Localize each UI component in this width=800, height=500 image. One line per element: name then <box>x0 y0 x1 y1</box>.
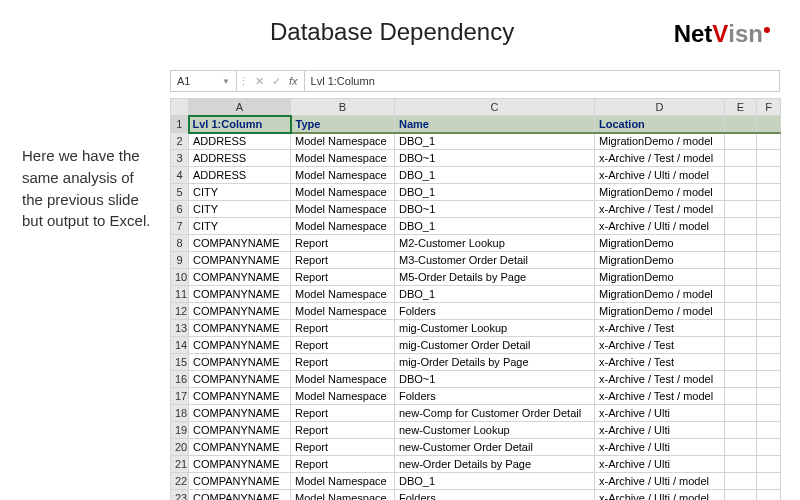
cell[interactable] <box>725 235 757 252</box>
cell[interactable]: x-Archive / Test <box>595 354 725 371</box>
fx-icon[interactable]: fx <box>289 75 298 87</box>
cell[interactable]: COMPANYNAME <box>189 320 291 337</box>
row-header[interactable]: 4 <box>171 167 189 184</box>
cell[interactable] <box>757 439 781 456</box>
cell[interactable]: Report <box>291 422 395 439</box>
cell[interactable] <box>725 422 757 439</box>
cell[interactable]: MigrationDemo / model <box>595 286 725 303</box>
cell[interactable]: COMPANYNAME <box>189 286 291 303</box>
chevron-down-icon[interactable]: ▼ <box>222 77 230 86</box>
cell[interactable]: MigrationDemo / model <box>595 133 725 150</box>
cell[interactable]: DBO_1 <box>395 218 595 235</box>
row-header[interactable]: 18 <box>171 405 189 422</box>
cell[interactable] <box>725 167 757 184</box>
row-header[interactable]: 16 <box>171 371 189 388</box>
cell[interactable] <box>757 201 781 218</box>
cell[interactable] <box>725 184 757 201</box>
row-header[interactable]: 10 <box>171 269 189 286</box>
cell[interactable] <box>725 354 757 371</box>
row-header[interactable]: 20 <box>171 439 189 456</box>
cell[interactable]: x-Archive / Test / model <box>595 150 725 167</box>
cell[interactable] <box>757 218 781 235</box>
cell[interactable]: Model Namespace <box>291 303 395 320</box>
cell[interactable]: MigrationDemo / model <box>595 303 725 320</box>
cell[interactable] <box>757 235 781 252</box>
select-all-corner[interactable] <box>171 99 189 116</box>
cell[interactable]: x-Archive / Ulti <box>595 456 725 473</box>
cell[interactable]: x-Archive / Test <box>595 320 725 337</box>
cell[interactable] <box>757 116 781 133</box>
row-header[interactable]: 8 <box>171 235 189 252</box>
cell[interactable]: Lvl 1:Column <box>189 116 291 133</box>
cell[interactable]: COMPANYNAME <box>189 303 291 320</box>
cell[interactable]: new-Comp for Customer Order Detail <box>395 405 595 422</box>
cell[interactable]: M5-Order Details by Page <box>395 269 595 286</box>
cell[interactable] <box>725 456 757 473</box>
row-header[interactable]: 17 <box>171 388 189 405</box>
row-header[interactable]: 6 <box>171 201 189 218</box>
cell[interactable]: COMPANYNAME <box>189 388 291 405</box>
cell[interactable] <box>757 422 781 439</box>
cell[interactable]: x-Archive / Test / model <box>595 371 725 388</box>
cell[interactable] <box>725 439 757 456</box>
confirm-icon[interactable]: ✓ <box>272 75 281 88</box>
row-header[interactable]: 19 <box>171 422 189 439</box>
cell[interactable]: Model Namespace <box>291 201 395 218</box>
cell[interactable]: Folders <box>395 388 595 405</box>
cancel-icon[interactable]: ✕ <box>255 75 264 88</box>
cell[interactable] <box>757 303 781 320</box>
cell[interactable] <box>757 490 781 501</box>
cell[interactable]: Model Namespace <box>291 167 395 184</box>
cell[interactable]: Report <box>291 439 395 456</box>
row-header[interactable]: 12 <box>171 303 189 320</box>
cell[interactable] <box>757 150 781 167</box>
cell[interactable]: COMPANYNAME <box>189 252 291 269</box>
cell[interactable] <box>725 150 757 167</box>
cell[interactable]: new-Customer Order Detail <box>395 439 595 456</box>
cell[interactable]: Report <box>291 354 395 371</box>
cell[interactable]: Report <box>291 320 395 337</box>
cell[interactable] <box>725 371 757 388</box>
cell[interactable]: Model Namespace <box>291 218 395 235</box>
column-header-c[interactable]: C <box>395 99 595 116</box>
cell[interactable] <box>757 405 781 422</box>
cell[interactable] <box>725 286 757 303</box>
cell[interactable]: COMPANYNAME <box>189 354 291 371</box>
cell[interactable]: DBO_1 <box>395 286 595 303</box>
cell[interactable] <box>725 201 757 218</box>
cell[interactable]: Report <box>291 235 395 252</box>
cell[interactable]: COMPANYNAME <box>189 473 291 490</box>
cell[interactable]: M2-Customer Lookup <box>395 235 595 252</box>
column-header-a[interactable]: A <box>189 99 291 116</box>
cell[interactable] <box>725 303 757 320</box>
cell[interactable]: ADDRESS <box>189 167 291 184</box>
cell[interactable]: DBO~1 <box>395 201 595 218</box>
cell[interactable] <box>725 252 757 269</box>
column-header-f[interactable]: F <box>757 99 781 116</box>
cell[interactable]: x-Archive / Ulti <box>595 422 725 439</box>
cell[interactable]: x-Archive / Ulti / model <box>595 473 725 490</box>
cell[interactable]: Folders <box>395 303 595 320</box>
cell[interactable]: CITY <box>189 218 291 235</box>
cell[interactable]: Model Namespace <box>291 490 395 501</box>
cell[interactable]: CITY <box>189 201 291 218</box>
cell[interactable] <box>757 337 781 354</box>
cell[interactable]: ADDRESS <box>189 133 291 150</box>
cell[interactable] <box>725 320 757 337</box>
cell[interactable]: COMPANYNAME <box>189 439 291 456</box>
cell[interactable]: mig-Customer Lookup <box>395 320 595 337</box>
row-header[interactable]: 5 <box>171 184 189 201</box>
cell[interactable]: COMPANYNAME <box>189 337 291 354</box>
row-header[interactable]: 22 <box>171 473 189 490</box>
cell[interactable]: DBO~1 <box>395 371 595 388</box>
cell[interactable] <box>757 133 781 150</box>
formula-value[interactable]: Lvl 1:Column <box>305 75 779 87</box>
cell[interactable]: Report <box>291 252 395 269</box>
cell[interactable] <box>725 388 757 405</box>
cell[interactable] <box>725 405 757 422</box>
cell[interactable]: Model Namespace <box>291 473 395 490</box>
cell[interactable]: x-Archive / Test / model <box>595 201 725 218</box>
cell[interactable] <box>757 473 781 490</box>
cell[interactable]: COMPANYNAME <box>189 371 291 388</box>
cell[interactable]: x-Archive / Ulti <box>595 405 725 422</box>
